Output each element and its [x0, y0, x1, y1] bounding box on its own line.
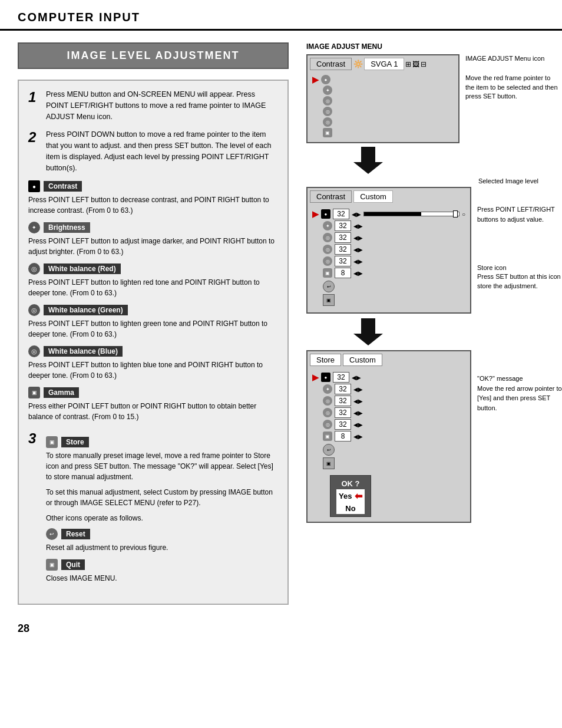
menu1-topbar: Contrast 🔆 SVGA 1 ⊞ 🖼 ⊟ — [310, 58, 456, 70]
menu1-move-note: Move the red frame pointer to the item t… — [465, 74, 560, 101]
step-1-number: 1 — [28, 89, 41, 106]
step-1: 1 Press MENU button and ON-SCREEN MENU w… — [28, 89, 278, 122]
r1-icon: ● — [321, 209, 330, 219]
gamma-desc: Press either POINT LEFT button or POINT … — [28, 401, 278, 422]
no-row: No — [336, 503, 365, 514]
m3r4-icon: ◎ — [323, 408, 332, 417]
r6-value: 8 — [335, 268, 351, 278]
wb-green-desc: Press POINT LEFT button to lighten green… — [28, 318, 278, 340]
menu1-icon3: ◎ — [323, 96, 332, 106]
big-arrow-1 — [353, 147, 383, 174]
menu1-tab1: Contrast — [310, 58, 352, 70]
image-adjust-label: IMAGE ADJUST MENU — [306, 42, 544, 51]
wb-green-item: ◎ White balance (Green) — [28, 304, 278, 316]
wb-blue-desc: Press POINT LEFT button to lighten blue … — [28, 360, 278, 381]
menu1-icon6: ▣ — [323, 128, 332, 137]
wb-blue-icon: ◎ — [28, 345, 40, 357]
menu1-icon1: ● — [321, 75, 330, 84]
m3r3-value: 32 — [335, 396, 351, 406]
menu3-row-6: ▣ 8 ◀▶ — [312, 431, 465, 442]
reset-desc: Reset all adjustment to previous figure. — [46, 542, 278, 553]
arrow-tip-2 — [353, 334, 383, 345]
menu2-row-3: ◎ 32 ◀▶ — [312, 232, 465, 243]
store-label: Store — [61, 437, 89, 447]
right-column: IMAGE ADJUST MENU Contrast 🔆 SVGA 1 ⊞ 🖼 … — [300, 42, 544, 605]
menu3-annotation: "OK?" messageMove the red arrow pointer … — [477, 374, 562, 413]
menu1-box: Contrast 🔆 SVGA 1 ⊞ 🖼 ⊟ ▶ ● — [306, 54, 459, 143]
gamma-item: ▣ Gamma — [28, 387, 278, 398]
store-box-1: ↩ — [323, 281, 335, 292]
ok-label: OK ? — [336, 478, 365, 489]
menu2-row-6: ▣ 8 ◀▶ — [312, 268, 465, 278]
menu2-tab2: Custom — [353, 190, 393, 203]
menu3-tab1: Store — [310, 354, 341, 366]
menu3-row-5: ◎ 32 ◀▶ — [312, 419, 465, 430]
contrast-item: ● Contrast — [28, 180, 278, 192]
yes-arrow: ⬅ — [355, 490, 362, 502]
red-ptr-3: ▶ — [312, 373, 319, 382]
m3r5-arrow: ◀▶ — [353, 421, 363, 428]
menu3-row-3: ◎ 32 ◀▶ — [312, 396, 465, 406]
m3r5-value: 32 — [335, 419, 351, 430]
r2-arrow: ◀▶ — [353, 223, 363, 229]
r3-value: 32 — [335, 232, 351, 243]
brightness-label: Brightness — [44, 222, 90, 233]
menu1-tab2: SVGA 1 — [364, 58, 404, 70]
store-annotation: Store iconPress SET button at this icon … — [477, 263, 562, 291]
menu1-annotation: IMAGE ADJUST Menu icon Move the red fram… — [465, 54, 560, 101]
store-item: ▣ Store — [46, 436, 278, 448]
arrow-body-2 — [361, 318, 375, 334]
menu1-row2: ✦ — [312, 85, 454, 95]
store-desc1: To store manually preset image level, mo… — [46, 450, 278, 482]
m3r3-icon: ◎ — [323, 396, 332, 406]
arrow-2 — [306, 318, 544, 345]
menu1-icon5: ◎ — [323, 117, 332, 127]
wb-red-label: White balance (Red) — [44, 263, 121, 274]
wb-red-desc: Press POINT LEFT button to lighten red t… — [28, 277, 278, 298]
step-3-number: 3 — [28, 430, 41, 447]
yes-row: Yes ⬅ — [336, 489, 365, 503]
gamma-label: Gamma — [44, 387, 79, 398]
store-icon: ▣ — [46, 436, 58, 448]
page-header: COMPUTER INPUT — [0, 0, 562, 31]
brightness-item: ✦ Brightness — [28, 222, 278, 233]
menu2-tabbar: Contrast Custom — [310, 190, 468, 203]
other-icons: Other icons operate as follows. — [46, 513, 278, 523]
m3r6-icon: ▣ — [323, 431, 332, 441]
section-title: IMAGE LEVEL ADJUSTMENT — [18, 42, 289, 69]
extra-icon: ⊟ — [421, 60, 427, 68]
brightness-icon: ✦ — [28, 222, 40, 233]
big-arrow-2 — [353, 318, 383, 345]
contrast-icon: ● — [28, 180, 40, 192]
red-ptr-2: ▶ — [312, 209, 319, 219]
r5-arrow: ◀▶ — [353, 258, 363, 265]
wb-green-icon: ◎ — [28, 304, 40, 316]
menu1-icon4: ◎ — [323, 107, 332, 116]
menu3-rows: ▶ ● 32 ◀▶ ✦ 32 ◀▶ ◎ 32 — [310, 368, 468, 519]
menu3-row-2: ✦ 32 ◀▶ — [312, 384, 465, 394]
r4-icon: ◎ — [323, 245, 332, 254]
sun-icon: 🔆 — [353, 60, 363, 68]
quit-icon: ▣ — [46, 559, 58, 571]
contrast-desc: Press POINT LEFT button to decrease cont… — [28, 195, 278, 216]
r2-value: 32 — [335, 220, 351, 231]
section-content: 1 Press MENU button and ON-SCREEN MENU w… — [18, 80, 289, 605]
store-note-text: Store iconPress SET button at this icon … — [477, 263, 562, 291]
step-3: 3 ▣ Store To store manually preset image… — [28, 430, 278, 588]
page-body: IMAGE LEVEL ADJUSTMENT 1 Press MENU butt… — [0, 31, 562, 617]
wb-blue-item: ◎ White balance (Blue) — [28, 345, 278, 357]
menu1-row4: ◎ — [312, 107, 454, 116]
gamma-icon: ▣ — [28, 387, 40, 398]
r1-end: ○ — [462, 211, 465, 218]
arrow-1 — [306, 147, 544, 174]
arrow-tip-1 — [353, 162, 383, 174]
menu1-row3: ◎ — [312, 96, 454, 106]
yes-label: Yes — [339, 492, 352, 500]
ok-message: "OK?" messageMove the red arrow pointer … — [477, 375, 562, 411]
menu3-row-1: ▶ ● 32 ◀▶ — [312, 372, 465, 383]
r5-value: 32 — [335, 256, 351, 266]
menu3-tabbar: Store Custom — [310, 354, 468, 366]
step-2-text: Press POINT DOWN button to move a red fr… — [46, 129, 278, 173]
step-2: 2 Press POINT DOWN button to move a red … — [28, 129, 278, 173]
r2-icon: ✦ — [323, 221, 332, 230]
